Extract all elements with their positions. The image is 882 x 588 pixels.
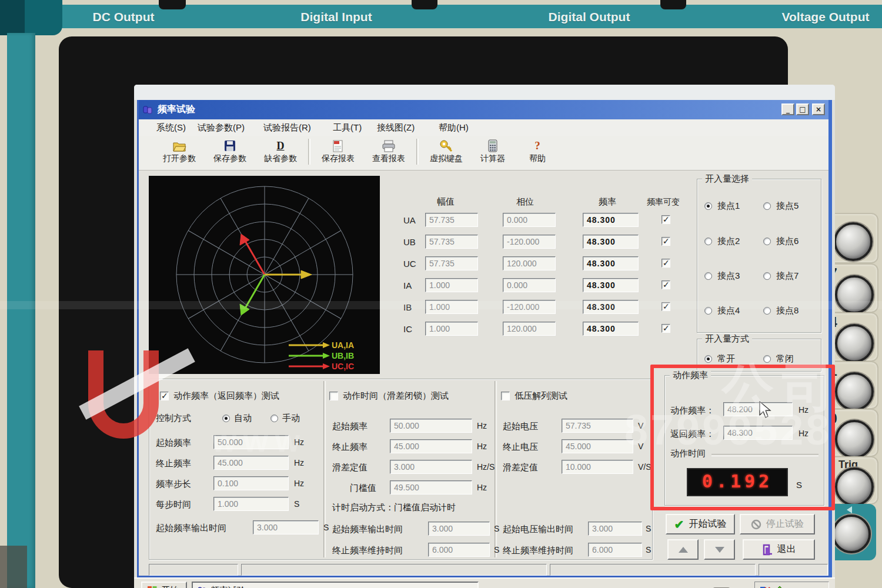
- toolbar-virtual-keyboard[interactable]: 虚拟键盘: [421, 136, 472, 168]
- phase-field[interactable]: -120.000: [503, 300, 556, 314]
- menu-tools[interactable]: 工具(T): [333, 122, 362, 133]
- start-output-time-field[interactable]: 3.000: [428, 522, 490, 536]
- phase-field[interactable]: 120.000: [503, 322, 556, 336]
- toolbar-calculator[interactable]: 计算器: [472, 136, 514, 168]
- freq-step-field[interactable]: 0.100: [213, 476, 289, 490]
- radio-normally-closed[interactable]: [763, 355, 771, 363]
- start-freq-field[interactable]: 50.000: [390, 419, 472, 433]
- radio-label[interactable]: 常开: [717, 353, 735, 365]
- time-test-checkbox[interactable]: [329, 392, 338, 400]
- freq-variable-checkbox[interactable]: [662, 324, 670, 333]
- toolbar-default-params[interactable]: D 缺省参数: [255, 136, 306, 168]
- radio-contact-6[interactable]: [763, 238, 771, 245]
- toolbar-save-params[interactable]: 保存参数: [205, 136, 255, 168]
- radio-label[interactable]: 接点6: [776, 236, 799, 247]
- freq-test-checkbox-label[interactable]: 动作频率（返回频率）测试: [173, 390, 279, 402]
- amplitude-field[interactable]: 1.000: [425, 300, 478, 314]
- radio-contact-4[interactable]: [704, 307, 712, 315]
- radio-label[interactable]: 接点8: [776, 305, 799, 316]
- radio-contact-5[interactable]: [763, 202, 771, 210]
- exit-button[interactable]: 退出: [743, 539, 815, 560]
- start-menu-button[interactable]: 开始: [141, 582, 187, 588]
- end-voltage-field[interactable]: 45.000: [562, 439, 633, 453]
- step-time-field[interactable]: 1.000: [213, 497, 289, 511]
- unit: S: [294, 499, 299, 509]
- start-freq-field[interactable]: 50.000: [213, 435, 289, 449]
- menu-test-report[interactable]: 试验报告(R): [263, 122, 311, 133]
- frequency-field[interactable]: 48.300: [583, 322, 639, 336]
- freq-variable-checkbox[interactable]: [662, 302, 670, 311]
- radio-contact-8[interactable]: [763, 307, 771, 315]
- amplitude-field[interactable]: 57.735: [425, 256, 478, 270]
- radio-label[interactable]: 接点2: [717, 236, 740, 247]
- phase-field[interactable]: 120.000: [503, 256, 556, 270]
- radio-label[interactable]: 自动: [234, 413, 252, 424]
- menu-test-params[interactable]: 试验参数(P): [198, 122, 245, 133]
- time-test-checkbox-label[interactable]: 动作时间（滑差闭锁）测试: [343, 390, 449, 402]
- threshold-field[interactable]: 49.500: [390, 480, 472, 495]
- phase-field[interactable]: 0.000: [503, 278, 556, 292]
- amplitude-field[interactable]: 57.735: [425, 235, 478, 249]
- radio-label[interactable]: 接点7: [776, 270, 799, 282]
- move-down-button[interactable]: [704, 539, 735, 560]
- title-bar[interactable]: 频率试验 _ □ ×: [139, 100, 828, 119]
- end-hold-time-field[interactable]: 6.000: [588, 543, 642, 557]
- radio-label[interactable]: 接点4: [717, 305, 740, 316]
- slip-setting-field[interactable]: 3.000: [390, 460, 472, 474]
- frequency-field[interactable]: 48.300: [583, 278, 639, 292]
- slip-setting-field[interactable]: 10.000: [562, 460, 633, 474]
- freq-variable-checkbox[interactable]: [662, 215, 670, 224]
- start-output-time-field[interactable]: 3.000: [588, 522, 642, 536]
- radio-normally-open[interactable]: [704, 355, 712, 363]
- phase-field[interactable]: -120.000: [503, 235, 556, 249]
- end-hold-time-field[interactable]: 6.000: [428, 543, 490, 557]
- task-button-freq-test[interactable]: 频率试验: [192, 582, 479, 588]
- radio-contact-2[interactable]: [704, 238, 712, 245]
- radio-label[interactable]: 手动: [282, 413, 300, 424]
- system-tray[interactable]: 15:58: [754, 582, 829, 588]
- maximize-icon[interactable]: □: [796, 103, 809, 115]
- amplitude-field[interactable]: 57.735: [425, 213, 478, 227]
- move-up-button[interactable]: [667, 539, 699, 560]
- toolbar-view-report[interactable]: 查看报表: [363, 136, 414, 168]
- toolbar-save-report[interactable]: 保存报表: [313, 136, 363, 168]
- frequency-field[interactable]: 48.300: [583, 213, 639, 227]
- frequency-field[interactable]: 48.300: [583, 300, 639, 314]
- radio-manual[interactable]: [270, 415, 278, 422]
- radio-auto[interactable]: [222, 415, 230, 422]
- frequency-field[interactable]: 48.300: [583, 256, 639, 270]
- stop-test-button[interactable]: 停止试验: [740, 514, 815, 534]
- radio-label[interactable]: 接点3: [717, 270, 740, 282]
- freq-variable-checkbox[interactable]: [662, 259, 670, 268]
- freq-variable-checkbox[interactable]: [662, 237, 670, 246]
- minimize-icon[interactable]: _: [781, 103, 794, 115]
- left-handle-bar: [7, 33, 35, 588]
- amplitude-field[interactable]: 1.000: [425, 278, 478, 292]
- menu-system[interactable]: 系统(S): [156, 122, 186, 133]
- amplitude-field[interactable]: 1.000: [425, 322, 478, 336]
- radio-contact-1[interactable]: [704, 202, 712, 210]
- toolbar-help[interactable]: ? 帮助: [514, 136, 561, 168]
- voltage-test-checkbox-label[interactable]: 低压解列测试: [514, 390, 567, 402]
- radio-contact-3[interactable]: [704, 272, 712, 280]
- close-icon[interactable]: ×: [812, 103, 825, 115]
- start-test-button[interactable]: ✔ 开始试验: [666, 514, 735, 534]
- radio-label[interactable]: 接点1: [717, 201, 740, 212]
- radio-label[interactable]: 常闭: [776, 353, 794, 365]
- end-freq-field[interactable]: 45.000: [213, 456, 289, 470]
- toolbar-open-params[interactable]: 打开参数: [154, 136, 205, 168]
- menu-wiring[interactable]: 接线图(Z): [377, 122, 415, 133]
- menu-help[interactable]: 帮助(H): [439, 122, 469, 133]
- radio-contact-7[interactable]: [763, 272, 771, 280]
- radio-label[interactable]: 接点5: [776, 201, 799, 212]
- voltage-test-checkbox[interactable]: [501, 392, 510, 400]
- panel-label-digital-output: Digital Output: [549, 10, 630, 24]
- start-output-time-field[interactable]: 3.000: [253, 520, 319, 534]
- end-freq-field[interactable]: 45.000: [390, 439, 472, 453]
- freq-test-checkbox[interactable]: [160, 392, 169, 400]
- frequency-field[interactable]: 48.300: [583, 235, 639, 249]
- phase-field[interactable]: 0.000: [503, 213, 556, 227]
- start-voltage-field[interactable]: 57.735: [562, 419, 633, 433]
- printer-tray-icon[interactable]: [711, 586, 733, 588]
- freq-variable-checkbox[interactable]: [662, 280, 670, 289]
